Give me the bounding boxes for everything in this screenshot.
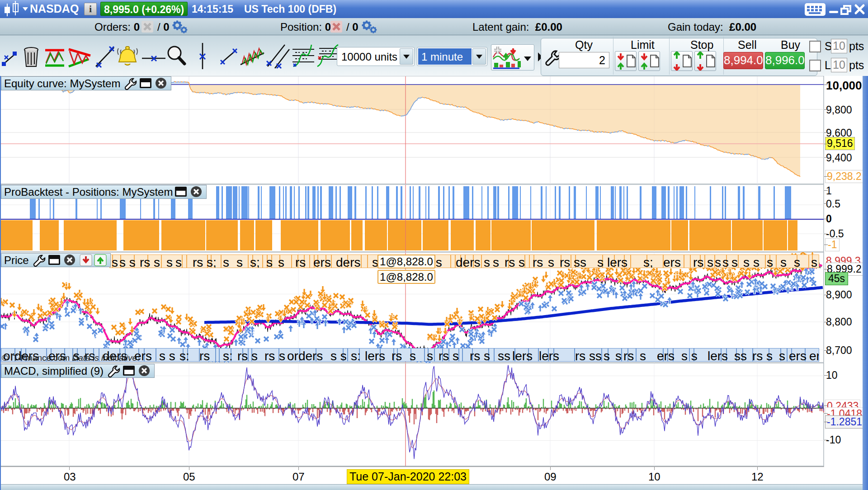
svg-text:s s: s s (159, 349, 175, 362)
svg-text:s: s (707, 255, 713, 268)
svg-text:rs: rs (193, 255, 203, 268)
svg-text:lers: lers (708, 349, 728, 362)
svg-text:rs: rs (392, 349, 402, 362)
svg-text:s s: s s (119, 255, 136, 268)
svg-text:ers: ers (789, 349, 807, 362)
svg-text:s: s (753, 255, 760, 268)
svg-text:s: s (453, 349, 459, 362)
svg-text:s;: s; (643, 255, 653, 268)
svg-text:s;: s; (207, 255, 217, 268)
svg-text:s: s (493, 255, 499, 268)
svg-text:s;: s; (250, 255, 260, 268)
svg-text:rs: rs (575, 349, 585, 362)
svg-text:ss: ss (734, 349, 747, 362)
svg-text:lers: lers (607, 255, 627, 268)
svg-text:s: s (640, 349, 646, 362)
svg-text:lers: lers (512, 349, 533, 362)
svg-text:ss: ss (574, 255, 586, 268)
svg-text:s: s (767, 255, 773, 268)
svg-text:s: s (604, 349, 610, 362)
svg-text:rs: rs (560, 255, 570, 268)
svg-text:s: s (597, 255, 604, 268)
svg-text:s: s (279, 349, 285, 362)
svg-text:s: s (722, 255, 729, 268)
svg-text:s: s (780, 255, 787, 268)
svg-text:s: s (615, 349, 622, 362)
svg-text:lers: lers (365, 349, 385, 362)
svg-text:s: s (779, 349, 785, 362)
svg-text:rs: rs (199, 349, 210, 362)
svg-text:s: s (278, 255, 284, 268)
svg-text:s: s (410, 349, 416, 362)
svg-text:rs s: rs s (470, 349, 490, 362)
svg-text:s:: s: (179, 349, 189, 362)
svg-text:rs: rs (439, 349, 449, 362)
svg-text:s: s (236, 255, 243, 268)
svg-text:rs s: rs s (140, 255, 160, 268)
svg-text:orders: orders (287, 349, 323, 362)
svg-text:rs: rs (264, 349, 275, 362)
svg-text:rs: rs (693, 255, 703, 268)
svg-text:s: s (715, 255, 721, 268)
svg-text:ders: ders (456, 255, 480, 268)
svg-text:s: s (811, 255, 817, 268)
svg-text:rs s: rs s (752, 349, 773, 362)
svg-text:rs: rs (623, 349, 634, 362)
svg-text:s: s (427, 349, 433, 362)
svg-text:rs: rs (295, 255, 306, 268)
svg-text:ers: ers (313, 255, 331, 268)
svg-text:lers: lers (539, 349, 559, 362)
svg-text:rs s: rs s (237, 349, 258, 362)
svg-text:s: s (166, 255, 173, 268)
svg-text:s s: s s (330, 349, 347, 362)
svg-text:rs: rs (533, 255, 543, 268)
svg-text:ss: ss (498, 349, 510, 362)
svg-text:s:: s: (223, 349, 233, 362)
svg-text:ers: ers (657, 349, 675, 362)
svg-text:s: s (548, 255, 554, 268)
svg-text:ss: ss (589, 349, 602, 362)
svg-text:s: s (175, 255, 182, 268)
svg-text:s: s (223, 255, 229, 268)
svg-text:rs s: rs s (505, 255, 525, 268)
svg-text:s: s (484, 255, 490, 268)
svg-text:s: s (731, 255, 738, 268)
svg-text:s: s (112, 255, 118, 268)
svg-text:s s: s s (681, 349, 698, 362)
svg-text:s:: s: (351, 349, 361, 362)
svg-text:ers: ers (663, 255, 681, 268)
svg-text:ders: ders (336, 255, 360, 268)
svg-text:s: s (743, 255, 750, 268)
svg-text:s: s (794, 255, 800, 268)
svg-text:s: s (266, 255, 273, 268)
svg-text:ers: ers (809, 349, 819, 362)
